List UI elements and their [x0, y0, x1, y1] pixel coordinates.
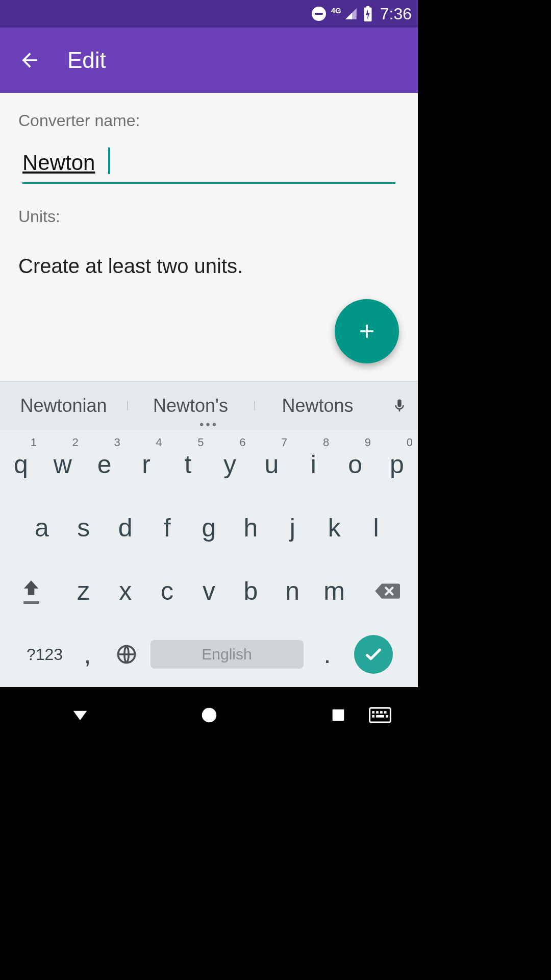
svg-rect-12	[386, 715, 388, 718]
key-m[interactable]: m	[313, 559, 355, 623]
key-z[interactable]: z	[63, 559, 105, 623]
key-label: i	[311, 450, 316, 479]
key-label: w	[54, 450, 72, 479]
key-r[interactable]: 4r	[126, 433, 167, 496]
add-unit-fab[interactable]	[335, 299, 399, 363]
keyboard-icon	[369, 706, 391, 724]
key-label: c	[161, 576, 173, 606]
key-f[interactable]: f	[146, 496, 188, 559]
key-label: f	[164, 513, 171, 543]
units-instruction: Create at least two units.	[18, 255, 399, 278]
key-u[interactable]: 7u	[251, 433, 292, 496]
key-t[interactable]: 5t	[167, 433, 209, 496]
triangle-down-icon	[70, 705, 90, 725]
key-hint: 8	[323, 436, 329, 449]
key-hint: 5	[197, 436, 204, 449]
key-hint: 2	[72, 436, 79, 449]
key-label: s	[77, 513, 90, 543]
key-label: h	[243, 513, 258, 543]
key-hint: 7	[281, 436, 287, 449]
key-hint: 6	[239, 436, 245, 449]
enter-key[interactable]	[348, 623, 398, 686]
key-label: l	[373, 513, 379, 543]
language-key[interactable]	[106, 623, 147, 686]
circle-icon	[199, 705, 219, 725]
key-label: k	[328, 513, 341, 543]
key-q[interactable]: 1q	[0, 433, 42, 496]
key-label: t	[185, 450, 192, 479]
check-icon	[363, 644, 384, 665]
key-l[interactable]: l	[355, 496, 397, 559]
key-k[interactable]: k	[313, 496, 355, 559]
period-key[interactable]: .	[307, 623, 348, 686]
key-hint: 4	[156, 436, 162, 449]
key-h[interactable]: h	[230, 496, 271, 559]
key-label: d	[118, 513, 133, 543]
key-label: o	[348, 450, 362, 479]
key-label: a	[35, 513, 49, 543]
key-hint: 3	[114, 436, 120, 449]
backspace-icon	[373, 581, 400, 601]
key-o[interactable]: 9o	[334, 433, 376, 496]
key-b[interactable]: b	[230, 559, 271, 623]
svg-rect-8	[380, 711, 383, 714]
voice-input-button[interactable]	[381, 396, 418, 416]
backspace-key[interactable]	[355, 559, 418, 623]
key-label: q	[14, 450, 28, 479]
key-label: b	[243, 576, 258, 606]
key-v[interactable]: v	[188, 559, 230, 623]
shift-icon	[21, 579, 41, 598]
soft-keyboard: Newtonian Newton's Newtons ••• 1q2w3e4r5…	[0, 381, 418, 687]
key-label: r	[142, 450, 151, 479]
suggestion-2[interactable]: Newton's	[127, 395, 254, 416]
key-g[interactable]: g	[188, 496, 230, 559]
suggestion-bar: Newtonian Newton's Newtons •••	[0, 382, 418, 430]
key-label: g	[202, 513, 216, 543]
key-hint: 0	[407, 436, 413, 449]
svg-rect-1	[366, 6, 369, 8]
globe-icon	[115, 643, 138, 666]
key-label: e	[97, 450, 112, 479]
plus-icon	[356, 320, 378, 342]
shift-underline-icon	[23, 601, 39, 604]
space-label: English	[202, 646, 252, 663]
do-not-disturb-icon	[312, 7, 326, 21]
key-label: u	[264, 450, 279, 479]
svg-rect-9	[384, 711, 387, 714]
key-y[interactable]: 6y	[209, 433, 251, 496]
space-key[interactable]: English	[147, 623, 307, 686]
key-s[interactable]: s	[63, 496, 105, 559]
key-d[interactable]: d	[105, 496, 146, 559]
svg-rect-11	[376, 715, 384, 718]
key-j[interactable]: j	[271, 496, 313, 559]
suggestion-1[interactable]: Newtonian	[0, 395, 127, 416]
nav-home-button[interactable]	[184, 700, 235, 730]
app-bar: Edit	[0, 28, 418, 93]
network-type-label: 4G	[331, 6, 341, 15]
text-cursor	[108, 148, 110, 174]
status-bar: 4G 7:36	[0, 0, 418, 28]
symbols-key[interactable]: ?123	[20, 623, 70, 686]
signal-icon	[344, 7, 358, 20]
back-button[interactable]	[15, 46, 44, 75]
suggestion-3[interactable]: Newtons	[254, 395, 381, 416]
key-label: x	[119, 576, 132, 606]
key-i[interactable]: 8i	[292, 433, 334, 496]
key-a[interactable]: a	[21, 496, 63, 559]
key-e[interactable]: 3e	[84, 433, 126, 496]
converter-name-label: Converter name:	[18, 111, 399, 130]
key-label: z	[77, 576, 90, 606]
comma-key[interactable]: ,	[70, 623, 106, 686]
svg-rect-10	[372, 715, 374, 718]
units-label: Units:	[18, 207, 399, 226]
key-x[interactable]: x	[105, 559, 146, 623]
nav-ime-button[interactable]	[355, 700, 406, 730]
key-w[interactable]: 2w	[42, 433, 84, 496]
key-p[interactable]: 0p	[376, 433, 418, 496]
shift-key[interactable]	[0, 559, 63, 623]
nav-back-button[interactable]	[55, 700, 106, 730]
suggestion-expand-icon[interactable]: •••	[199, 418, 218, 432]
key-n[interactable]: n	[271, 559, 313, 623]
converter-name-input[interactable]	[22, 151, 395, 184]
key-c[interactable]: c	[146, 559, 188, 623]
